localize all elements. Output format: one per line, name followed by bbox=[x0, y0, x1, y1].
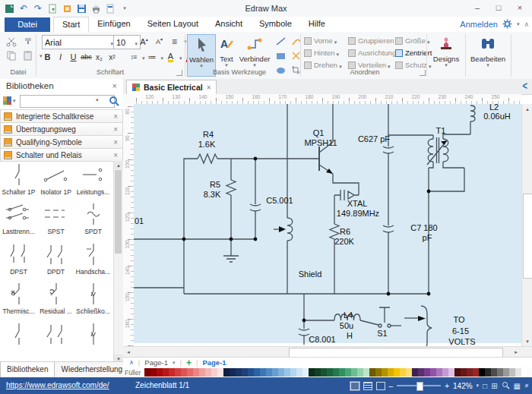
color-swatch[interactable] bbox=[339, 368, 345, 377]
symbol-dpdt[interactable]: DPDT bbox=[37, 241, 74, 279]
scroll-up-icon[interactable]: ▴ bbox=[522, 104, 532, 114]
close-icon[interactable]: × bbox=[113, 112, 118, 121]
symbol-schalter-1p[interactable]: Schalter 1P bbox=[0, 161, 37, 200]
scroll-down-icon[interactable]: ▾ bbox=[522, 336, 532, 346]
color-swatch[interactable] bbox=[509, 368, 515, 377]
color-swatch[interactable] bbox=[479, 368, 485, 377]
format-u-button[interactable]: U bbox=[68, 51, 79, 63]
zoom-slider-thumb[interactable] bbox=[416, 382, 423, 391]
fit-page-icon[interactable]: □ bbox=[483, 382, 487, 390]
arrange-vorne-button[interactable]: Vorne bbox=[304, 35, 347, 46]
color-swatch[interactable] bbox=[503, 368, 509, 377]
tab-wiederherstellung[interactable]: Wiederherstellung bbox=[55, 362, 128, 377]
color-swatch[interactable] bbox=[363, 368, 369, 377]
library-item[interactable]: Schalter und Relais× bbox=[0, 149, 123, 162]
add-page-button[interactable]: + bbox=[186, 359, 192, 367]
menu-tab-symbole[interactable]: Symbole bbox=[251, 17, 300, 32]
zoom-out-button[interactable]: – bbox=[389, 382, 394, 390]
symbol-dpst[interactable]: DPST bbox=[0, 241, 37, 279]
color-swatch[interactable] bbox=[302, 368, 309, 377]
color-swatch[interactable] bbox=[254, 368, 260, 377]
chevron-down-icon[interactable]: ▾ bbox=[477, 383, 480, 389]
edrawsoft-link[interactable]: https://www.edrawsoft.com/de/ bbox=[6, 381, 109, 389]
format-sub-button[interactable]: x₂ bbox=[93, 51, 105, 63]
search-icon[interactable] bbox=[109, 96, 119, 108]
color-swatch[interactable] bbox=[418, 368, 424, 377]
chevron-down-icon[interactable]: ▾ bbox=[96, 97, 99, 103]
color-swatch[interactable] bbox=[448, 368, 454, 377]
library-search-input[interactable] bbox=[20, 95, 115, 108]
color-swatch[interactable] bbox=[497, 368, 503, 377]
color-swatch[interactable] bbox=[187, 368, 193, 377]
color-swatch[interactable] bbox=[521, 368, 527, 377]
color-swatch[interactable] bbox=[236, 368, 242, 377]
close-icon[interactable]: × bbox=[113, 151, 118, 159]
maximize-button[interactable]: □ bbox=[488, 0, 509, 17]
gear-dropdown-icon[interactable]: ▾ bbox=[517, 21, 520, 27]
color-swatch[interactable] bbox=[315, 368, 321, 377]
close-icon[interactable]: × bbox=[112, 81, 117, 90]
edit-button[interactable]: Bearbeiten ▾ bbox=[468, 34, 508, 75]
color-swatch[interactable] bbox=[473, 368, 479, 377]
format-i-button[interactable]: I bbox=[55, 51, 66, 63]
menu-tab-hilfe[interactable]: Hilfe bbox=[300, 17, 334, 32]
pagebar-collapse-icon[interactable]: ∧ bbox=[129, 359, 134, 366]
color-swatch[interactable] bbox=[175, 368, 181, 377]
gear-icon[interactable] bbox=[502, 19, 512, 30]
color-swatch[interactable] bbox=[284, 368, 290, 377]
library-palette-icon[interactable] bbox=[3, 96, 11, 105]
scrollbar-thumb[interactable] bbox=[523, 194, 532, 279]
color-swatch[interactable] bbox=[144, 368, 150, 377]
signin-link[interactable]: Anmelden bbox=[460, 20, 498, 29]
symbol-spst[interactable]: SPST bbox=[37, 200, 74, 239]
color-swatch[interactable] bbox=[163, 368, 169, 377]
symbol-schlie-ko[interactable]: Schließko... bbox=[74, 280, 112, 319]
outline-view-button[interactable] bbox=[363, 382, 372, 390]
color-swatch[interactable] bbox=[375, 368, 382, 377]
arrange-gruppieren-button[interactable]: Gruppieren bbox=[348, 35, 397, 46]
color-swatch[interactable] bbox=[400, 368, 406, 377]
presentation-view-button[interactable] bbox=[376, 382, 385, 390]
color-swatch[interactable] bbox=[430, 368, 436, 377]
color-swatch[interactable] bbox=[230, 368, 236, 377]
color-swatch[interactable] bbox=[260, 368, 266, 377]
format-painter-icon[interactable] bbox=[23, 36, 33, 49]
symbol-partial[interactable] bbox=[37, 320, 74, 359]
normal-view-button[interactable] bbox=[350, 382, 359, 390]
horizontal-scrollbar[interactable]: ◂ ▸ bbox=[123, 346, 532, 358]
color-swatch[interactable] bbox=[181, 368, 187, 377]
line-tool-icon[interactable] bbox=[275, 36, 287, 48]
menu-tab-einfügen[interactable]: Einfügen bbox=[89, 17, 138, 32]
collapse-ribbon-icon[interactable]: ∧ bbox=[524, 20, 529, 28]
color-swatch[interactable] bbox=[515, 368, 521, 377]
color-swatch[interactable] bbox=[272, 368, 278, 377]
library-item[interactable]: Integrierte Schaltkreise× bbox=[0, 110, 123, 123]
close-icon[interactable]: × bbox=[113, 125, 118, 134]
color-swatch[interactable] bbox=[388, 368, 394, 377]
color-swatch[interactable] bbox=[491, 368, 497, 377]
symbol-partial[interactable] bbox=[74, 320, 112, 359]
color-swatch[interactable] bbox=[296, 368, 302, 377]
symbol-partial[interactable] bbox=[0, 320, 37, 359]
color-swatch[interactable] bbox=[461, 368, 467, 377]
zoom-in-button[interactable]: + bbox=[445, 382, 449, 390]
bullet-list-icon[interactable] bbox=[147, 51, 158, 63]
close-button[interactable]: × bbox=[509, 0, 530, 17]
paragraph-button[interactable] bbox=[169, 36, 180, 48]
minimize-button[interactable]: – bbox=[467, 0, 488, 17]
arrange-hinten-button[interactable]: Hinten bbox=[304, 47, 347, 58]
vertical-scrollbar[interactable]: ▴ ▾ bbox=[521, 104, 532, 346]
scroll-right-icon[interactable]: ▸ bbox=[511, 347, 521, 357]
color-swatch[interactable] bbox=[199, 368, 205, 377]
symbol-grid-scrollbar[interactable]: ▴ ▾ bbox=[113, 161, 123, 363]
format-s-button[interactable]: abc bbox=[81, 51, 92, 63]
font-size-select[interactable]: 10 bbox=[113, 35, 141, 49]
color-swatch[interactable] bbox=[351, 368, 357, 377]
rectangle-tool-icon[interactable] bbox=[275, 51, 287, 62]
symbol-handscha[interactable]: Handscha... bbox=[74, 241, 112, 279]
symbol-spdt[interactable]: SPDT bbox=[74, 200, 112, 239]
menu-tab-ansicht[interactable]: Ansicht bbox=[207, 17, 251, 32]
collapse-panel-icon[interactable]: < bbox=[523, 80, 527, 92]
color-swatch[interactable] bbox=[333, 368, 339, 377]
zoom-slider[interactable] bbox=[397, 385, 441, 386]
